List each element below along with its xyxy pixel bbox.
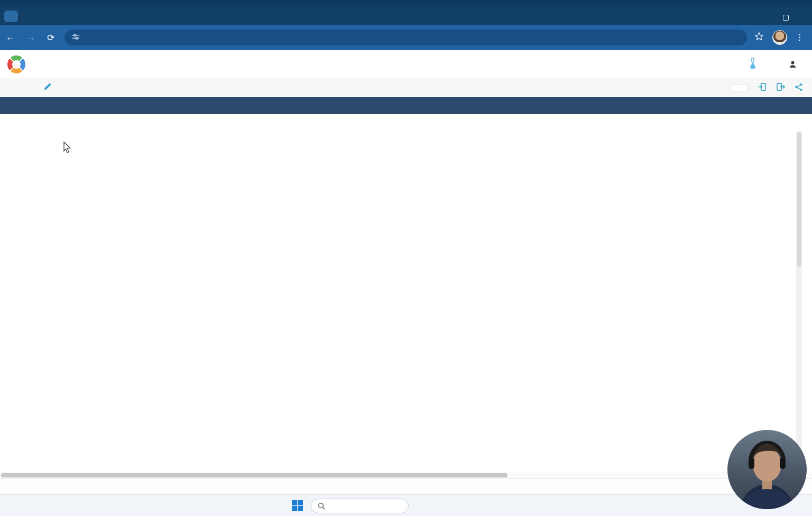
app-header	[0, 50, 812, 79]
address-bar[interactable]	[64, 30, 747, 45]
presenter-portrait	[727, 430, 807, 509]
windows-logo-icon	[292, 500, 303, 512]
background-tabs-strip	[0, 0, 812, 7]
browser-profile-avatar[interactable]	[772, 30, 787, 45]
table-header	[0, 114, 812, 131]
edit-name-icon[interactable]	[43, 83, 51, 92]
catalog-nav-row	[0, 78, 812, 98]
browser-tab-bar	[0, 7, 812, 25]
export-icon[interactable]	[776, 82, 786, 93]
lab-flask-icon[interactable]	[747, 57, 759, 72]
search-icon	[318, 502, 325, 510]
window-maximize-button[interactable]	[783, 15, 789, 21]
back-button[interactable]: ←	[0, 32, 21, 43]
tab-search-button[interactable]	[4, 11, 18, 22]
import-icon[interactable]	[757, 82, 767, 93]
app-footer	[0, 479, 812, 494]
share-icon[interactable]	[794, 82, 804, 93]
vertical-scrollbar[interactable]	[796, 130, 802, 472]
browser-menu-icon[interactable]: ⋮	[796, 33, 804, 42]
user-menu[interactable]	[789, 60, 800, 68]
windows-taskbar	[0, 494, 812, 516]
site-settings-icon[interactable]	[72, 33, 80, 42]
spreadsheet-toolbar	[0, 97, 812, 114]
start-button[interactable]	[289, 497, 307, 515]
user-icon	[789, 60, 797, 68]
forward-button[interactable]: →	[21, 32, 41, 43]
horizontal-scrollbar[interactable]	[0, 472, 812, 479]
openbom-logo	[7, 55, 25, 73]
bookmark-star-icon[interactable]	[754, 32, 764, 43]
history-button[interactable]	[732, 84, 749, 91]
browser-address-row: ← → ⟳ ⋮	[0, 25, 812, 50]
table-body	[0, 130, 812, 472]
taskbar-search-input[interactable]	[311, 499, 409, 513]
reload-button[interactable]: ⟳	[41, 32, 60, 43]
webcam-overlay	[727, 430, 807, 509]
